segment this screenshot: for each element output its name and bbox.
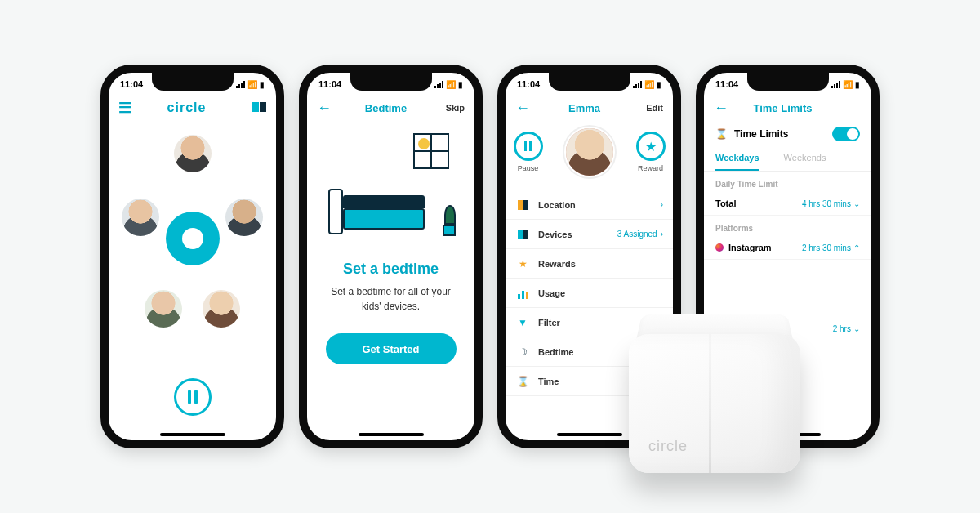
back-icon[interactable]: ← (317, 100, 332, 117)
reward-action[interactable]: ★ Reward (636, 132, 666, 172)
avatar-member-5[interactable] (203, 290, 240, 328)
total-label: Total (715, 199, 736, 208)
row-usage[interactable]: Usage (506, 279, 673, 308)
row-total[interactable]: Total 4 hrs 30 mins ⌄ (704, 192, 871, 216)
top-nav: ☰ circle (109, 96, 276, 120)
status-time: 11:04 (715, 79, 738, 89)
time-limits-toggle[interactable] (832, 127, 860, 141)
pause-action[interactable]: Pause (514, 132, 543, 172)
instagram-icon (715, 243, 724, 252)
phone-bedtime: 11:04 📶▮ ← Bedtime Skip Set a bedtime Se… (299, 65, 483, 448)
notch (549, 73, 630, 91)
profile-name: Emma (530, 102, 639, 114)
bedtime-subtitle: Set a bedtime for all of your kids' devi… (322, 284, 460, 314)
device-status-icon[interactable] (242, 102, 266, 114)
section-daily: Daily Time Limit (704, 172, 871, 192)
hourglass-icon: ⌛ (515, 376, 530, 387)
section-platforms: Platforms (704, 216, 871, 236)
back-icon[interactable]: ← (515, 100, 530, 117)
top-nav: ← Bedtime Skip (307, 96, 474, 120)
row-rewards[interactable]: ★ Rewards (506, 249, 673, 279)
get-started-button[interactable]: Get Started (326, 333, 457, 364)
nav-title: Bedtime (332, 102, 440, 114)
phone-home: 11:04 📶▮ ☰ circle (100, 65, 284, 448)
status-indicators: 📶▮ (236, 80, 265, 89)
reward-label: Reward (638, 164, 663, 172)
skip-button[interactable]: Skip (440, 103, 465, 113)
bedtime-heading: Set a bedtime (307, 261, 474, 278)
chevron-right-icon: › (661, 230, 663, 239)
row-value: 3 Assigned (617, 230, 657, 239)
row-label: Devices (538, 230, 617, 239)
tab-weekends[interactable]: Weekends (784, 148, 826, 171)
row-label: Rewards (538, 259, 663, 269)
avatar-member-2[interactable] (122, 199, 159, 236)
location-icon (515, 199, 530, 211)
notch (350, 73, 432, 91)
platform-value: 2 hrs 30 mins (802, 243, 851, 252)
family-radial (109, 120, 276, 357)
profile-avatar[interactable] (564, 127, 615, 177)
status-indicators: 📶▮ (633, 80, 662, 89)
top-nav: ← Emma Edit (506, 96, 673, 120)
row-label: Usage (538, 288, 663, 298)
device-front: circle (629, 334, 800, 473)
notch (747, 73, 829, 91)
devices-icon (515, 229, 530, 240)
platform-label: Instagram (728, 243, 772, 252)
home-indicator (557, 433, 622, 436)
filter-icon: ▼ (515, 317, 530, 328)
center-hub[interactable] (166, 212, 220, 265)
chevron-right-icon: › (661, 200, 663, 209)
status-indicators: 📶▮ (434, 80, 463, 89)
row-label: Location (538, 200, 661, 210)
time-limits-label: Time Limits (734, 128, 832, 140)
nav-title: Time Limits (728, 102, 837, 114)
chevron-down-icon: ⌄ (853, 324, 860, 333)
pause-label: Pause (518, 164, 539, 172)
moon-icon: ☽ (515, 346, 530, 358)
status-indicators: 📶▮ (831, 80, 860, 89)
hourglass-icon: ⌛ (715, 128, 728, 140)
edit-button[interactable]: Edit (639, 103, 663, 113)
total-value: 4 hrs 30 mins (802, 199, 851, 208)
avatar-member-1[interactable] (174, 135, 212, 172)
rewards-icon: ★ (515, 258, 530, 270)
avatar-member-4[interactable] (145, 290, 182, 328)
circle-device: circle (621, 305, 808, 476)
tab-weekdays[interactable]: Weekdays (715, 148, 760, 171)
home-indicator (160, 433, 225, 436)
extra-value: 2 hrs (833, 324, 851, 333)
pause-all-button[interactable] (174, 378, 212, 416)
top-nav: ← Time Limits (704, 96, 871, 120)
back-icon[interactable]: ← (714, 100, 728, 117)
row-instagram[interactable]: Instagram 2 hrs 30 mins ⌃ (704, 236, 871, 260)
chevron-down-icon: ⌄ (853, 199, 860, 208)
notch (152, 73, 234, 91)
time-limits-toggle-row: ⌛ Time Limits (704, 120, 871, 148)
avatar-member-3[interactable] (225, 199, 263, 236)
profile-actions: Pause ★ Reward (506, 127, 673, 177)
status-time: 11:04 (120, 79, 143, 89)
hamburger-icon[interactable]: ☰ (118, 99, 131, 117)
pause-icon (514, 132, 543, 161)
home-indicator (359, 433, 424, 436)
device-brand: circle (648, 438, 688, 455)
chevron-up-icon: ⌃ (853, 243, 860, 252)
brand-logo: circle (167, 100, 207, 115)
bedtime-illustration (314, 128, 469, 243)
tab-row: Weekdays Weekends (704, 148, 871, 172)
status-time: 11:04 (517, 79, 540, 89)
star-icon: ★ (636, 132, 666, 161)
row-devices[interactable]: Devices 3 Assigned › (506, 220, 673, 249)
usage-icon (515, 288, 530, 299)
row-location[interactable]: Location › (506, 190, 673, 220)
status-time: 11:04 (318, 79, 341, 89)
